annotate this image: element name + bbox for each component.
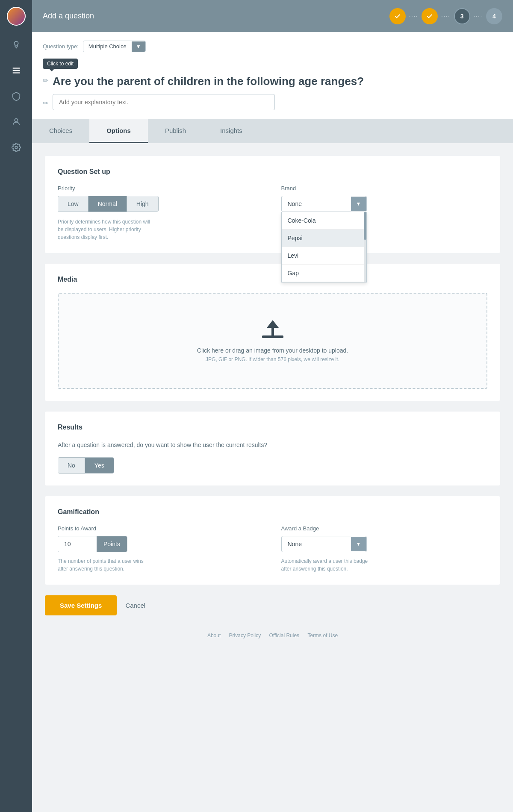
results-title: Results <box>58 424 487 431</box>
brand-option-gap[interactable]: Gap <box>282 265 366 282</box>
tab-choices[interactable]: Choices <box>32 119 89 143</box>
save-settings-button[interactable]: Save Settings <box>45 595 117 615</box>
brand-scrollbar[interactable] <box>364 212 366 282</box>
question-type-row: Question type: Multiple Choice ▼ <box>43 41 502 52</box>
points-hint: The number of points that a user wins af… <box>58 557 152 573</box>
upload-hint: JPG, GIF or PNG. If wider than 576 pixel… <box>67 356 478 362</box>
question-setup-section: Question Set up Priority Low Normal High… <box>45 156 500 253</box>
sidebar-item-shield[interactable] <box>0 83 32 109</box>
badge-select-arrow[interactable]: ▼ <box>351 537 366 551</box>
main-content: Add a question ···· ···· 3 ···· 4 Questi… <box>32 0 513 812</box>
sidebar-item-user[interactable] <box>0 109 32 135</box>
brand-label: Brand <box>281 185 488 191</box>
question-type-select[interactable]: Multiple Choice ▼ <box>83 41 146 52</box>
tab-publish[interactable]: Publish <box>148 119 203 143</box>
step-indicators: ···· ···· 3 ···· 4 <box>389 8 502 24</box>
sidebar <box>0 0 32 812</box>
svg-rect-7 <box>262 335 283 338</box>
svg-point-0 <box>14 41 18 45</box>
media-upload[interactable]: Click here or drag an image from your de… <box>58 293 487 389</box>
svg-marker-9 <box>267 320 279 328</box>
gamification-section: Gamification Points to Award Points The … <box>45 496 500 585</box>
question-type-value: Multiple Choice <box>83 41 132 52</box>
footer: About Privacy Policy Official Rules Term… <box>45 624 500 647</box>
footer-privacy[interactable]: Privacy Policy <box>229 633 261 638</box>
upload-text: Click here or drag an image from your de… <box>67 347 478 354</box>
points-row: Points <box>58 536 127 552</box>
explanatory-pencil-icon: ✏ <box>43 99 48 107</box>
step-4[interactable]: 4 <box>486 8 502 24</box>
results-section: Results After a question is answered, do… <box>45 412 500 485</box>
points-input[interactable] <box>58 536 97 552</box>
footer-terms[interactable]: Terms of Use <box>307 633 338 638</box>
brand-scrollbar-thumb <box>364 212 366 240</box>
tab-insights[interactable]: Insights <box>203 119 259 143</box>
question-type-dropdown-btn[interactable]: ▼ <box>132 41 145 52</box>
media-section: Media Click here or drag an image from y… <box>45 264 500 401</box>
topbar: Add a question ···· ···· 3 ···· 4 <box>32 0 513 32</box>
priority-low-btn[interactable]: Low <box>58 196 88 212</box>
pencil-icon: ✏ <box>43 76 48 85</box>
action-buttons: Save Settings Cancel <box>45 595 500 624</box>
points-col: Points to Award Points The number of poi… <box>58 525 264 573</box>
results-toggle-group: No Yes <box>58 457 114 474</box>
results-yes-btn[interactable]: Yes <box>85 458 114 473</box>
priority-col: Priority Low Normal High Priority determ… <box>58 185 264 241</box>
badge-hint: Automatically award a user this badge af… <box>281 557 375 573</box>
brand-dropdown: Coke-Cola Pepsi Levi Gap <box>281 212 367 282</box>
user-avatar[interactable] <box>7 7 26 26</box>
sidebar-item-menu[interactable] <box>0 58 32 83</box>
svg-point-5 <box>15 119 18 122</box>
explanatory-row: ✏ <box>43 94 502 110</box>
question-area: Question type: Multiple Choice ▼ Click t… <box>32 32 513 119</box>
badge-select[interactable]: None ▼ <box>281 536 367 552</box>
step-2[interactable] <box>422 8 438 24</box>
explanatory-input[interactable] <box>53 94 275 110</box>
question-text-row: ✏ Are you the parent of children in the … <box>43 74 502 89</box>
cancel-button[interactable]: Cancel <box>125 602 145 609</box>
priority-group: Low Normal High <box>58 196 159 212</box>
brand-select-value: None <box>282 196 351 212</box>
priority-high-btn[interactable]: High <box>127 196 158 212</box>
priority-hint: Priority determines how this question wi… <box>58 218 156 241</box>
step-1[interactable] <box>389 8 406 24</box>
tab-options[interactable]: Options <box>89 119 148 143</box>
badge-select-value: None <box>282 536 351 552</box>
question-setup-columns: Priority Low Normal High Priority determ… <box>58 185 487 241</box>
results-question: After a question is answered, do you wan… <box>58 441 487 450</box>
sidebar-item-gear[interactable] <box>0 135 32 160</box>
points-btn: Points <box>97 536 127 552</box>
brand-option-coke[interactable]: Coke-Cola <box>282 212 366 229</box>
gamification-title: Gamification <box>58 508 487 516</box>
results-no-btn[interactable]: No <box>58 458 85 473</box>
sidebar-item-bulb[interactable] <box>0 32 32 58</box>
brand-dropdown-wrapper: None ▼ Coke-Cola Pepsi Levi Gap <box>281 196 488 212</box>
tabs: Choices Options Publish Insights <box>32 119 513 143</box>
points-label: Points to Award <box>58 525 264 532</box>
avatar-container[interactable] <box>0 0 32 32</box>
svg-point-6 <box>15 146 18 149</box>
brand-select[interactable]: None ▼ <box>281 196 367 212</box>
page-title: Add a question <box>43 12 383 21</box>
media-title: Media <box>58 276 487 283</box>
brand-select-arrow[interactable]: ▼ <box>351 197 366 211</box>
badge-col: Award a Badge None ▼ Automatically award… <box>281 525 488 573</box>
brand-col: Brand None ▼ Coke-Cola Pepsi Levi Gap <box>281 185 488 241</box>
content-area: Question Set up Priority Low Normal High… <box>32 143 513 812</box>
gamification-columns: Points to Award Points The number of poi… <box>58 525 487 573</box>
step-3[interactable]: 3 <box>454 8 470 24</box>
upload-icon <box>260 319 286 341</box>
footer-rules[interactable]: Official Rules <box>269 633 299 638</box>
footer-about[interactable]: About <box>207 633 221 638</box>
click-to-edit-tooltip: Click to edit <box>43 59 78 69</box>
priority-normal-btn[interactable]: Normal <box>88 196 127 212</box>
badge-label: Award a Badge <box>281 525 488 532</box>
brand-option-pepsi[interactable]: Pepsi <box>282 229 366 247</box>
question-text[interactable]: Are you the parent of children in the fo… <box>53 74 364 89</box>
brand-option-levi[interactable]: Levi <box>282 247 366 265</box>
question-setup-title: Question Set up <box>58 168 487 176</box>
question-type-label: Question type: <box>43 43 79 50</box>
priority-label: Priority <box>58 185 264 191</box>
